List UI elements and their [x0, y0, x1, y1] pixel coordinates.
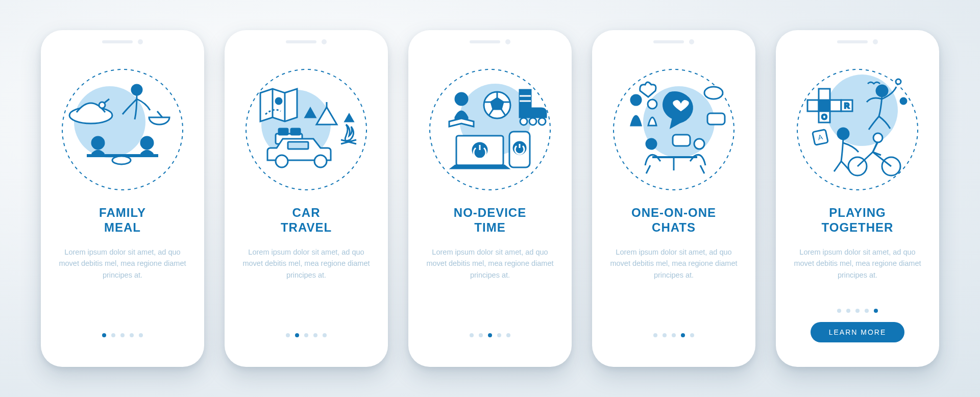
pagination-dot[interactable]	[313, 333, 317, 337]
svg-point-69	[896, 79, 901, 84]
screen-title: NO-DEVICE TIME	[454, 206, 526, 235]
screen-description: Lorem ipsum dolor sit amet, ad quo movet…	[426, 246, 554, 281]
phone-frame-4: ONE-ON-ONE CHATS Lorem ipsum dolor sit a…	[592, 30, 755, 367]
pagination-dot[interactable]	[653, 333, 657, 337]
screen-description: Lorem ipsum dolor sit amet, ad quo movet…	[59, 246, 186, 281]
svg-point-73	[873, 133, 883, 142]
pagination-dots[interactable]	[837, 309, 878, 313]
speaker-slot	[837, 40, 868, 43]
front-camera	[505, 39, 510, 44]
pagination-dot[interactable]	[286, 333, 290, 337]
pagination-dot[interactable]	[497, 333, 501, 337]
pagination-dot[interactable]	[681, 333, 685, 337]
svg-point-8	[92, 137, 104, 149]
pagination-dot[interactable]	[323, 333, 327, 337]
svg-rect-22	[288, 142, 308, 149]
svg-rect-58	[807, 100, 819, 111]
pagination-dots[interactable]	[102, 333, 143, 337]
phone-frame-3: NO-DEVICE TIME Lorem ipsum dolor sit ame…	[408, 30, 572, 367]
family-meal-icon	[59, 66, 186, 193]
speaker-slot	[102, 40, 133, 43]
pagination-dot[interactable]	[663, 333, 667, 337]
svg-text:O: O	[822, 113, 827, 121]
one-on-one-chats-icon	[610, 66, 738, 193]
svg-text:R: R	[844, 102, 849, 110]
pagination-dot[interactable]	[874, 309, 878, 313]
pagination-dot[interactable]	[102, 333, 106, 337]
learn-more-button[interactable]: LEARN MORE	[811, 322, 905, 342]
pagination-dots[interactable]	[286, 333, 327, 337]
pagination-dot[interactable]	[120, 333, 125, 337]
playing-together-icon: O R A	[794, 66, 921, 193]
pagination-dot[interactable]	[690, 333, 694, 337]
speaker-slot	[286, 40, 316, 43]
pagination-dot[interactable]	[479, 333, 483, 337]
pagination-dot[interactable]	[837, 309, 841, 313]
svg-point-27	[455, 93, 468, 105]
svg-line-54	[646, 165, 650, 173]
screen-title: ONE-ON-ONE CHATS	[631, 206, 716, 235]
svg-point-46	[631, 95, 641, 105]
svg-point-9	[141, 137, 153, 149]
svg-point-23	[276, 155, 288, 167]
pagination-dot[interactable]	[139, 333, 143, 337]
svg-rect-50	[673, 135, 690, 146]
phone-notch	[286, 39, 327, 44]
phone-notch	[653, 39, 694, 44]
svg-rect-60	[830, 100, 841, 111]
svg-line-6	[157, 111, 162, 117]
phone-frame-1: FAMILY MEAL Lorem ipsum dolor sit amet, …	[41, 30, 204, 367]
svg-point-37	[538, 118, 546, 125]
svg-rect-21	[291, 129, 300, 135]
svg-point-15	[276, 98, 282, 104]
svg-line-56	[700, 165, 704, 173]
no-device-time-icon	[426, 66, 554, 193]
screen-description: Lorem ipsum dolor sit amet, ad quo movet…	[794, 246, 921, 281]
pagination-dots[interactable]	[470, 333, 510, 337]
svg-point-74	[838, 128, 849, 139]
svg-point-68	[876, 85, 888, 96]
pagination-dot[interactable]	[295, 333, 299, 337]
pagination-dots[interactable]	[653, 333, 694, 337]
screen-title: PLAYING TOGETHER	[822, 206, 894, 235]
svg-rect-51	[652, 156, 697, 158]
svg-point-47	[648, 100, 657, 109]
speaker-slot	[653, 40, 684, 43]
speaker-slot	[470, 40, 500, 43]
onboarding-row: FAMILY MEAL Lorem ipsum dolor sit amet, …	[41, 30, 939, 367]
svg-point-53	[646, 139, 656, 149]
svg-rect-59	[819, 100, 830, 111]
pagination-dot[interactable]	[304, 333, 308, 337]
pagination-dot[interactable]	[855, 309, 860, 313]
front-camera	[322, 39, 327, 44]
screen-title: CAR TRAVEL	[281, 206, 332, 235]
svg-point-5	[132, 85, 142, 95]
pagination-dot[interactable]	[846, 309, 850, 313]
svg-point-24	[314, 155, 327, 167]
phone-notch	[470, 39, 510, 44]
pagination-dot[interactable]	[111, 333, 115, 337]
pagination-dot[interactable]	[470, 333, 474, 337]
front-camera	[138, 39, 143, 44]
screen-description: Lorem ipsum dolor sit amet, ad quo movet…	[610, 246, 738, 281]
screen-description: Lorem ipsum dolor sit amet, ad quo movet…	[242, 246, 370, 281]
car-travel-icon	[242, 66, 370, 193]
svg-point-35	[520, 118, 527, 125]
front-camera	[873, 39, 878, 44]
svg-point-36	[529, 118, 536, 125]
svg-point-10	[112, 156, 131, 164]
svg-point-48	[704, 87, 723, 99]
pagination-dot[interactable]	[506, 333, 510, 337]
screen-title: FAMILY MEAL	[99, 206, 146, 235]
svg-point-55	[694, 139, 704, 149]
phone-frame-2: CAR TRAVEL Lorem ipsum dolor sit amet, a…	[225, 30, 388, 367]
svg-rect-20	[279, 129, 288, 135]
pagination-dot[interactable]	[130, 333, 134, 337]
svg-rect-62	[819, 89, 830, 100]
pagination-dot[interactable]	[865, 309, 869, 313]
svg-point-70	[900, 98, 906, 104]
pagination-dot[interactable]	[672, 333, 676, 337]
front-camera	[689, 39, 694, 44]
phone-notch	[102, 39, 143, 44]
pagination-dot[interactable]	[488, 333, 492, 337]
